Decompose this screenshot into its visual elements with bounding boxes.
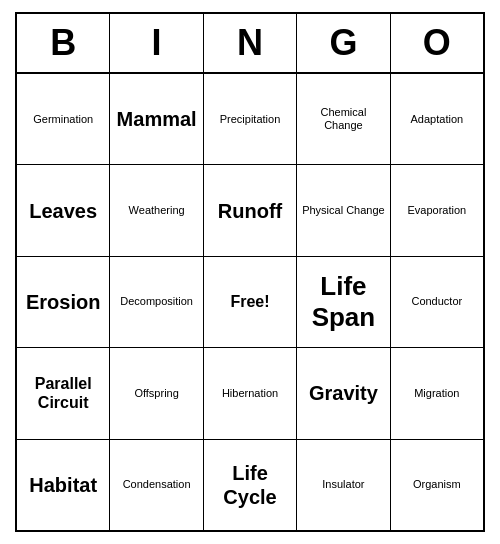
- header-letter-G: G: [297, 14, 390, 72]
- bingo-cell-0-2: Precipitation: [204, 74, 297, 164]
- bingo-cell-4-2: Life Cycle: [204, 440, 297, 530]
- bingo-cell-1-0: Leaves: [17, 165, 110, 255]
- bingo-row-2: ErosionDecompositionFree!Life SpanConduc…: [17, 257, 483, 348]
- bingo-card: BINGO GerminationMammalPrecipitationChem…: [15, 12, 485, 532]
- bingo-row-3: Parallel CircuitOffspringHibernationGrav…: [17, 348, 483, 439]
- bingo-cell-4-3: Insulator: [297, 440, 390, 530]
- bingo-cell-4-0: Habitat: [17, 440, 110, 530]
- bingo-cell-2-2: Free!: [204, 257, 297, 347]
- bingo-cell-1-4: Evaporation: [391, 165, 483, 255]
- bingo-cell-2-1: Decomposition: [110, 257, 203, 347]
- bingo-body: GerminationMammalPrecipitationChemical C…: [17, 74, 483, 530]
- bingo-cell-3-4: Migration: [391, 348, 483, 438]
- header-letter-B: B: [17, 14, 110, 72]
- header-letter-N: N: [204, 14, 297, 72]
- bingo-row-1: LeavesWeatheringRunoffPhysical ChangeEva…: [17, 165, 483, 256]
- bingo-cell-2-4: Conductor: [391, 257, 483, 347]
- bingo-cell-2-3: Life Span: [297, 257, 390, 347]
- bingo-row-4: HabitatCondensationLife CycleInsulatorOr…: [17, 440, 483, 530]
- bingo-cell-0-3: Chemical Change: [297, 74, 390, 164]
- bingo-cell-2-0: Erosion: [17, 257, 110, 347]
- bingo-cell-3-2: Hibernation: [204, 348, 297, 438]
- bingo-cell-0-1: Mammal: [110, 74, 203, 164]
- bingo-cell-3-3: Gravity: [297, 348, 390, 438]
- bingo-cell-3-0: Parallel Circuit: [17, 348, 110, 438]
- bingo-cell-1-1: Weathering: [110, 165, 203, 255]
- bingo-cell-0-0: Germination: [17, 74, 110, 164]
- bingo-header: BINGO: [17, 14, 483, 74]
- header-letter-O: O: [391, 14, 483, 72]
- bingo-cell-4-1: Condensation: [110, 440, 203, 530]
- bingo-cell-1-3: Physical Change: [297, 165, 390, 255]
- header-letter-I: I: [110, 14, 203, 72]
- bingo-row-0: GerminationMammalPrecipitationChemical C…: [17, 74, 483, 165]
- bingo-cell-1-2: Runoff: [204, 165, 297, 255]
- bingo-cell-3-1: Offspring: [110, 348, 203, 438]
- bingo-cell-4-4: Organism: [391, 440, 483, 530]
- bingo-cell-0-4: Adaptation: [391, 74, 483, 164]
